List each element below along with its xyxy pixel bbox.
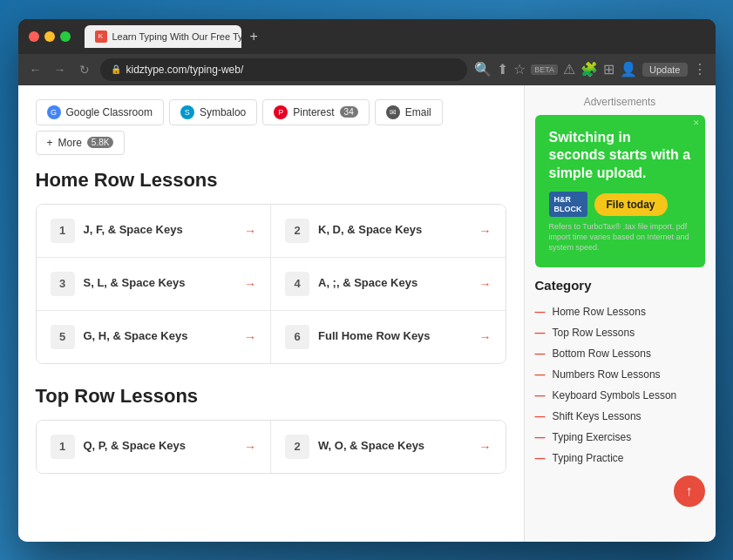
- extensions-icon[interactable]: 🧩: [580, 61, 598, 78]
- ad-corner: ✕: [693, 118, 700, 127]
- tab-bar: K Learn Typing With Our Free Ty... ✕ +: [85, 25, 705, 48]
- lesson-arrow-2: →: [479, 224, 492, 238]
- category-item-numbers-row[interactable]: — Numbers Row Lessons: [535, 364, 705, 385]
- category-label-numbers-row: Numbers Row Lessons: [553, 368, 661, 381]
- url-text: kidztype.com/typing-web/: [126, 64, 244, 76]
- top-row-row-1: 1 Q, P, & Space Keys → 2 W, O, & Space K…: [37, 421, 506, 473]
- category-item-keyboard-symbols[interactable]: — Keyboard Symbols Lesson: [535, 385, 705, 406]
- sidebar: Advertisements ✕ Switching in seconds st…: [524, 85, 716, 542]
- category-item-top-row[interactable]: — Top Row Lessons: [535, 322, 705, 343]
- menu-icon[interactable]: ⋮: [693, 61, 707, 78]
- ad-fine-print: Refers to TurboTax® .tax file import. pd…: [549, 222, 691, 253]
- fullscreen-button[interactable]: [60, 31, 71, 42]
- browser-window: K Learn Typing With Our Free Ty... ✕ + ←…: [18, 19, 716, 542]
- category-item-bottom-row[interactable]: — Bottom Row Lessons: [535, 343, 705, 364]
- dash-icon: —: [535, 306, 546, 318]
- more-label: More: [58, 137, 82, 149]
- advertisement-box: ✕ Switching in seconds starts with a sim…: [535, 115, 705, 267]
- top-row-section: Top Row Lessons 1 Q, P, & Space Keys → 2…: [36, 385, 506, 474]
- minimize-button[interactable]: [44, 31, 55, 42]
- top-lesson-card-1[interactable]: 1 Q, P, & Space Keys →: [37, 421, 272, 473]
- lesson-card-5[interactable]: 5 G, H, & Space Keys →: [37, 311, 272, 363]
- category-title: Category: [535, 278, 705, 293]
- lesson-card-6[interactable]: 6 Full Home Row Keys →: [271, 311, 506, 363]
- lesson-number-1: 1: [51, 219, 75, 243]
- update-button[interactable]: Update: [642, 63, 687, 77]
- search-icon[interactable]: 🔍: [474, 61, 492, 78]
- more-share-button[interactable]: + More 5.8K: [36, 131, 126, 155]
- email-icon: ✉: [386, 105, 400, 119]
- ad-bottom: H&R BLOCK File today: [549, 192, 691, 218]
- category-label-shift-keys: Shift Keys Lessons: [553, 410, 641, 422]
- back-button[interactable]: ←: [27, 63, 44, 77]
- tab-title: Learn Typing With Our Free Ty...: [112, 31, 241, 42]
- lesson-number-4: 4: [285, 272, 309, 296]
- dash-icon: —: [535, 327, 546, 339]
- category-list: — Home Row Lessons — Top Row Lessons — B…: [535, 301, 705, 469]
- lesson-number-5: 5: [51, 325, 75, 349]
- dash-icon: —: [535, 347, 546, 360]
- top-lesson-arrow-1: →: [244, 440, 256, 454]
- category-label-home-row: Home Row Lessons: [553, 306, 646, 318]
- lesson-card-4[interactable]: 4 A, ;, & Space Keys →: [271, 258, 506, 310]
- email-button[interactable]: ✉ Email: [375, 99, 443, 125]
- share-icon[interactable]: ⬆: [497, 61, 508, 78]
- top-lesson-title-2: W, O, & Space Keys: [318, 439, 471, 454]
- hr-block-line1: H&R: [554, 195, 582, 205]
- top-lesson-title-1: Q, P, & Space Keys: [84, 439, 236, 454]
- profile-icon[interactable]: 👤: [620, 61, 637, 78]
- top-row-title: Top Row Lessons: [36, 385, 506, 408]
- symbaloo-button[interactable]: S Symbaloo: [169, 99, 257, 125]
- pinterest-count: 34: [340, 106, 358, 118]
- category-label-top-row: Top Row Lessons: [553, 327, 635, 339]
- lesson-title-5: G, H, & Space Keys: [84, 329, 236, 344]
- lesson-number-3: 3: [51, 272, 75, 296]
- more-count: 5.8K: [87, 137, 114, 148]
- new-tab-button[interactable]: +: [245, 27, 263, 46]
- warning-icon: ⚠: [563, 61, 575, 78]
- tab-favicon: K: [95, 30, 107, 43]
- pinterest-label: Pinterest: [293, 106, 334, 118]
- lesson-card-1[interactable]: 1 J, F, & Space Keys →: [37, 205, 272, 257]
- lesson-arrow-4: →: [479, 277, 492, 291]
- category-label-typing-exercises: Typing Exercises: [553, 431, 632, 443]
- lesson-number-2: 2: [285, 219, 309, 243]
- hr-block-logo: H&R BLOCK: [549, 192, 587, 218]
- ad-headline: Switching in seconds starts with a simpl…: [549, 129, 691, 183]
- bookmark-icon[interactable]: ☆: [513, 61, 526, 78]
- dash-icon: —: [535, 389, 546, 401]
- url-bar[interactable]: 🔒 kidztype.com/typing-web/: [100, 58, 468, 81]
- category-item-typing-practice[interactable]: — Typing Practice: [535, 448, 705, 469]
- lesson-card-3[interactable]: 3 S, L, & Space Keys →: [37, 258, 272, 310]
- refresh-button[interactable]: ↻: [76, 63, 93, 77]
- lesson-arrow-6: →: [479, 330, 492, 344]
- symbaloo-icon: S: [180, 105, 194, 119]
- scroll-to-top-button[interactable]: ↑: [674, 476, 705, 507]
- google-classroom-button[interactable]: G Google Classroom: [36, 99, 164, 125]
- top-lesson-number-1: 1: [51, 435, 75, 459]
- traffic-lights: [29, 31, 71, 42]
- home-row-row-1: 1 J, F, & Space Keys → 2 K, D, & Space K…: [37, 205, 506, 258]
- lesson-title-2: K, D, & Space Keys: [318, 223, 471, 238]
- lesson-title-6: Full Home Row Keys: [318, 329, 471, 344]
- file-today-button[interactable]: File today: [594, 193, 668, 216]
- google-classroom-label: Google Classroom: [66, 106, 153, 118]
- category-label-bottom-row: Bottom Row Lessons: [553, 347, 651, 360]
- category-item-shift-keys[interactable]: — Shift Keys Lessons: [535, 406, 705, 427]
- category-item-typing-exercises[interactable]: — Typing Exercises: [535, 427, 705, 448]
- lesson-card-2[interactable]: 2 K, D, & Space Keys →: [271, 205, 506, 257]
- active-tab[interactable]: K Learn Typing With Our Free Ty... ✕: [85, 25, 241, 48]
- close-button[interactable]: [29, 31, 39, 42]
- forward-button[interactable]: →: [51, 63, 69, 77]
- tab-grid-icon[interactable]: ⊞: [603, 61, 614, 78]
- top-lesson-card-2[interactable]: 2 W, O, & Space Keys →: [271, 421, 506, 473]
- home-row-section: Home Row Lessons 1 J, F, & Space Keys → …: [36, 169, 506, 364]
- category-item-home-row[interactable]: — Home Row Lessons: [535, 301, 705, 322]
- lesson-arrow-3: →: [244, 277, 256, 291]
- lesson-title-4: A, ;, & Space Keys: [318, 276, 471, 291]
- lesson-number-6: 6: [285, 325, 309, 349]
- pinterest-button[interactable]: P Pinterest 34: [262, 99, 369, 125]
- ads-title: Advertisements: [535, 96, 705, 108]
- hr-block-line2: BLOCK: [554, 205, 582, 214]
- lesson-title-3: S, L, & Space Keys: [84, 276, 236, 291]
